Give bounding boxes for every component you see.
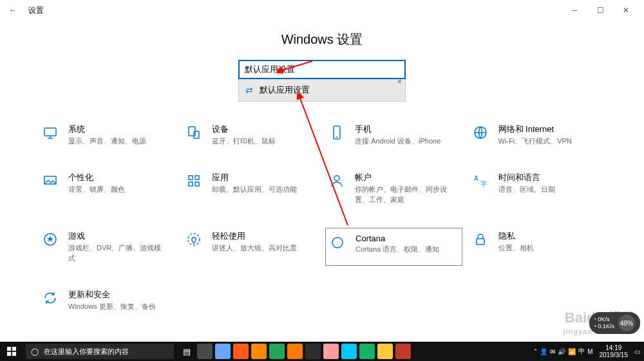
devices-icon (185, 124, 203, 142)
tile-desc: 显示、声音、通知、电源 (68, 136, 146, 146)
tile-desc: Cortana 语言、权限、通知 (355, 245, 439, 254)
svg-text:字: 字 (480, 180, 487, 187)
tray-volume-icon[interactable]: 🔊 (558, 348, 565, 355)
clock-time: 14:19 (600, 344, 629, 351)
start-button[interactable] (0, 342, 23, 361)
tile-title: 帐户 (355, 172, 451, 183)
tile-title: 设备 (212, 124, 276, 135)
svg-rect-11 (189, 176, 193, 180)
notification-center-button[interactable]: ▭ (634, 348, 640, 355)
tile-gaming[interactable]: 游戏游戏栏、DVR、广播、游戏模式 (39, 228, 176, 266)
clock-date: 2019/3/15 (600, 351, 629, 358)
svg-point-15 (334, 176, 339, 181)
tray-msg-icon[interactable]: ✉ (550, 348, 555, 355)
tile-title: 手机 (355, 124, 440, 135)
svg-rect-6 (194, 131, 199, 138)
tile-title: 游戏 (68, 230, 165, 242)
tile-title: 轻松使用 (212, 230, 297, 242)
net-speed-badge: • 0K/s • 0.1K/s 48% (589, 312, 640, 334)
svg-rect-2 (44, 128, 56, 136)
tile-devices[interactable]: 设备蓝牙、打印机、鼠标 (182, 121, 319, 149)
maximize-button[interactable]: ☐ (587, 6, 613, 15)
taskbar-app-11[interactable] (395, 344, 411, 359)
taskbar-app-6[interactable] (305, 344, 321, 359)
taskbar-app-2[interactable] (233, 344, 249, 359)
accounts-icon (328, 172, 346, 190)
tile-desc: 你的帐户、电子邮件、同步设置、工作、家庭 (355, 185, 451, 205)
search-suggestion-item[interactable]: ⇄ 默认应用设置 (238, 79, 406, 102)
taskbar-app-3[interactable] (251, 344, 267, 359)
svg-point-20 (332, 237, 343, 248)
time-icon: A字 (471, 172, 489, 190)
taskbar-app-9[interactable] (359, 344, 375, 359)
cortana-icon: ◯ (31, 347, 39, 356)
tile-desc: 讲述人、放大镜、高对比度 (212, 243, 297, 253)
tile-accounts[interactable]: 帐户你的帐户、电子邮件、同步设置、工作、家庭 (325, 169, 462, 207)
tile-personalization[interactable]: 个性化背景、锁屏、颜色 (39, 169, 176, 207)
task-view-button[interactable]: ▤ (179, 344, 194, 359)
taskbar-search[interactable]: ◯ 在这里输入你要搜索的内容 (26, 344, 174, 359)
svg-rect-24 (7, 352, 11, 356)
suggestion-icon: ⇄ (245, 85, 253, 95)
network-icon (471, 124, 489, 142)
taskbar-clock[interactable]: 14:19 2019/3/15 (596, 344, 632, 358)
taskbar-app-5[interactable] (287, 344, 303, 359)
cortana-icon (328, 234, 346, 252)
taskbar-app-0[interactable] (197, 344, 213, 359)
back-button[interactable]: ← (5, 6, 21, 15)
ease-icon (185, 230, 203, 248)
minimize-button[interactable]: ─ (562, 6, 587, 15)
tile-desc: Windows 更新、恢复、备份 (68, 302, 156, 311)
search-container: × ⇄ 默认应用设置 (238, 60, 406, 102)
tile-desc: 语音、区域、日期 (498, 185, 555, 194)
svg-rect-23 (12, 347, 16, 351)
upload-speed: 0K/s (598, 316, 609, 322)
window-controls: ─ ☐ ✕ (562, 6, 639, 15)
taskbar-left-icons: ▤ (179, 342, 194, 361)
tile-system[interactable]: 系统显示、声音、通知、电源 (39, 121, 176, 149)
personalization-icon (41, 172, 59, 190)
tile-time[interactable]: A字时间和语言语音、区域、日期 (469, 169, 606, 207)
tile-desc: 背景、锁屏、颜色 (68, 185, 125, 194)
tile-apps[interactable]: 应用卸载、默认应用、可选功能 (182, 169, 319, 207)
svg-rect-12 (195, 176, 199, 180)
taskbar-apps (197, 342, 411, 361)
settings-grid: 系统显示、声音、通知、电源设备蓝牙、打印机、鼠标手机连接 Android 设备、… (39, 121, 605, 314)
apps-icon (185, 172, 203, 190)
taskbar-app-8[interactable] (341, 344, 357, 359)
tile-update[interactable]: 更新和安全Windows 更新、恢复、备份 (39, 286, 176, 314)
tile-title: 隐私 (498, 230, 534, 242)
download-speed: 0.1K/s (598, 323, 614, 329)
gaming-icon (41, 230, 59, 248)
tray-people-icon[interactable]: 👤 (540, 348, 547, 355)
tray-up-icon[interactable]: ˄ (534, 348, 537, 355)
search-input[interactable] (238, 60, 406, 79)
svg-text:A: A (474, 175, 478, 182)
tile-desc: 游戏栏、DVR、广播、游戏模式 (68, 243, 165, 263)
tile-title: 时间和语言 (498, 172, 555, 183)
close-button[interactable]: ✕ (613, 6, 639, 15)
tile-ease[interactable]: 轻松使用讲述人、放大镜、高对比度 (182, 228, 319, 266)
tile-cortana[interactable]: CortanaCortana 语言、权限、通知 (325, 228, 462, 266)
tile-desc: 连接 Android 设备、iPhone (355, 136, 440, 146)
taskbar-app-7[interactable] (323, 344, 339, 359)
page-title: Windows 设置 (0, 31, 644, 48)
svg-rect-21 (477, 239, 484, 245)
tray-wifi-icon[interactable]: 📶 (568, 348, 576, 355)
svg-rect-22 (7, 347, 11, 351)
taskbar-app-4[interactable] (269, 344, 285, 359)
system-icon (41, 124, 59, 142)
svg-rect-25 (12, 352, 16, 356)
tile-title: 个性化 (68, 172, 125, 183)
tray-m-icon[interactable]: M (587, 348, 592, 355)
clear-search-button[interactable]: × (397, 76, 402, 86)
tile-privacy[interactable]: 隐私位置、相机 (469, 228, 606, 266)
tile-network[interactable]: 网络和 InternetWi-Fi、飞行模式、VPN (469, 121, 606, 149)
taskbar-app-10[interactable] (377, 344, 393, 359)
tile-title: 更新和安全 (68, 289, 156, 301)
tile-phone[interactable]: 手机连接 Android 设备、iPhone (325, 121, 462, 149)
taskbar-app-1[interactable] (215, 344, 231, 359)
taskbar-search-placeholder: 在这里输入你要搜索的内容 (44, 347, 129, 356)
tray-ime-icon[interactable]: 中 (578, 347, 585, 356)
update-icon (41, 289, 59, 307)
